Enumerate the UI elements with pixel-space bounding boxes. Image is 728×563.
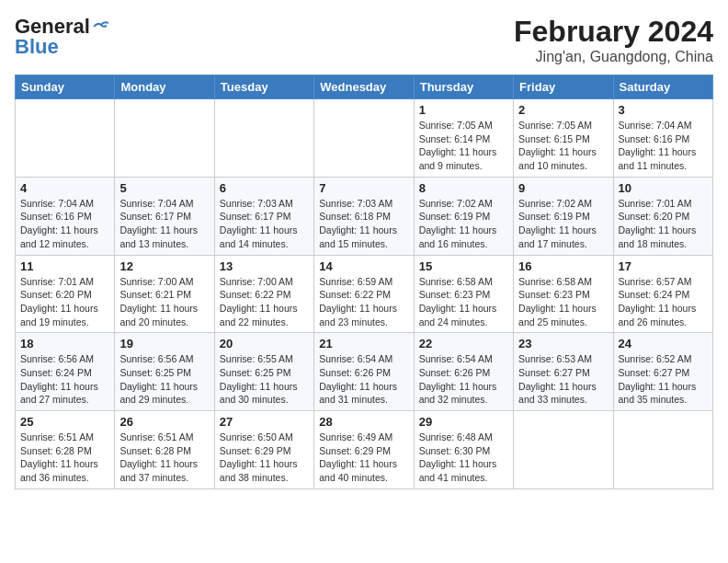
day-number: 23 — [518, 337, 608, 350]
day-info: Sunrise: 6:59 AMSunset: 6:22 PMDaylight:… — [319, 275, 408, 329]
day-info: Sunrise: 7:02 AMSunset: 6:19 PMDaylight:… — [419, 197, 508, 251]
day-info: Sunrise: 7:04 AMSunset: 6:16 PMDaylight:… — [20, 197, 109, 251]
day-number: 3 — [619, 103, 708, 117]
day-number: 15 — [419, 259, 508, 273]
day-info: Sunrise: 6:50 AMSunset: 6:29 PMDaylight:… — [220, 431, 309, 485]
calendar-cell: 27Sunrise: 6:50 AMSunset: 6:29 PMDayligh… — [214, 411, 313, 489]
logo: General Blue — [15, 15, 108, 59]
calendar-cell: 25Sunrise: 6:51 AMSunset: 6:28 PMDayligh… — [16, 411, 115, 489]
day-info: Sunrise: 6:55 AMSunset: 6:25 PMDaylight:… — [220, 352, 309, 407]
calendar-week-row: 11Sunrise: 7:01 AMSunset: 6:20 PMDayligh… — [16, 255, 713, 333]
day-number: 12 — [119, 259, 209, 273]
day-info: Sunrise: 7:04 AMSunset: 6:16 PMDaylight:… — [619, 119, 708, 173]
day-number: 6 — [220, 181, 309, 195]
day-info: Sunrise: 7:00 AMSunset: 6:22 PMDaylight:… — [220, 275, 309, 329]
calendar-cell — [314, 99, 414, 178]
calendar-cell — [514, 411, 613, 489]
calendar-cell: 4Sunrise: 7:04 AMSunset: 6:16 PMDaylight… — [16, 177, 115, 255]
calendar-cell: 18Sunrise: 6:56 AMSunset: 6:24 PMDayligh… — [16, 333, 115, 411]
day-number: 27 — [220, 415, 309, 429]
day-header-wednesday: Wednesday — [314, 75, 414, 99]
calendar-cell: 12Sunrise: 7:00 AMSunset: 6:21 PMDayligh… — [115, 255, 214, 333]
day-number: 17 — [619, 259, 708, 273]
calendar-header-row: SundayMondayTuesdayWednesdayThursdayFrid… — [16, 75, 713, 99]
calendar-cell: 1Sunrise: 7:05 AMSunset: 6:14 PMDaylight… — [414, 99, 513, 178]
day-header-thursday: Thursday — [414, 75, 513, 99]
day-number: 10 — [619, 181, 708, 195]
title-block: February 2024 Jing'an, Guangdong, China — [514, 15, 713, 65]
day-number: 2 — [518, 103, 608, 117]
calendar-cell: 8Sunrise: 7:02 AMSunset: 6:19 PMDaylight… — [414, 177, 513, 255]
calendar-cell: 19Sunrise: 6:56 AMSunset: 6:25 PMDayligh… — [115, 333, 214, 411]
day-info: Sunrise: 6:52 AMSunset: 6:27 PMDaylight:… — [619, 352, 708, 407]
calendar-cell: 14Sunrise: 6:59 AMSunset: 6:22 PMDayligh… — [314, 255, 414, 333]
day-header-saturday: Saturday — [613, 75, 712, 99]
day-header-sunday: Sunday — [16, 75, 115, 99]
day-number: 29 — [419, 415, 508, 429]
day-number: 13 — [220, 259, 309, 273]
day-number: 26 — [119, 415, 209, 429]
day-info: Sunrise: 6:54 AMSunset: 6:26 PMDaylight:… — [319, 352, 408, 407]
calendar-cell: 11Sunrise: 7:01 AMSunset: 6:20 PMDayligh… — [16, 255, 115, 333]
day-info: Sunrise: 7:03 AMSunset: 6:18 PMDaylight:… — [319, 197, 408, 251]
day-number: 1 — [419, 103, 508, 117]
calendar-cell: 2Sunrise: 7:05 AMSunset: 6:15 PMDaylight… — [514, 99, 613, 178]
day-number: 8 — [419, 181, 508, 195]
calendar-cell — [613, 411, 712, 489]
day-info: Sunrise: 7:05 AMSunset: 6:15 PMDaylight:… — [518, 119, 608, 173]
day-number: 14 — [319, 259, 408, 273]
calendar-cell: 5Sunrise: 7:04 AMSunset: 6:17 PMDaylight… — [115, 177, 214, 255]
calendar-title: February 2024 — [514, 15, 713, 49]
day-info: Sunrise: 6:57 AMSunset: 6:24 PMDaylight:… — [619, 275, 708, 329]
day-info: Sunrise: 7:04 AMSunset: 6:17 PMDaylight:… — [119, 197, 209, 251]
calendar-cell: 3Sunrise: 7:04 AMSunset: 6:16 PMDaylight… — [613, 99, 712, 178]
page-header: General Blue February 2024 Jing'an, Guan… — [15, 15, 713, 65]
calendar-cell — [115, 99, 214, 178]
calendar-cell: 17Sunrise: 6:57 AMSunset: 6:24 PMDayligh… — [613, 255, 712, 333]
calendar-cell: 15Sunrise: 6:58 AMSunset: 6:23 PMDayligh… — [414, 255, 513, 333]
calendar-week-row: 4Sunrise: 7:04 AMSunset: 6:16 PMDaylight… — [16, 177, 713, 255]
day-info: Sunrise: 6:58 AMSunset: 6:23 PMDaylight:… — [419, 275, 508, 329]
day-info: Sunrise: 7:01 AMSunset: 6:20 PMDaylight:… — [619, 197, 708, 251]
day-info: Sunrise: 7:03 AMSunset: 6:17 PMDaylight:… — [220, 197, 309, 251]
calendar-cell: 24Sunrise: 6:52 AMSunset: 6:27 PMDayligh… — [613, 333, 712, 411]
day-header-friday: Friday — [514, 75, 613, 99]
day-number: 16 — [518, 259, 608, 273]
day-number: 20 — [220, 337, 309, 350]
calendar-subtitle: Jing'an, Guangdong, China — [514, 49, 713, 65]
calendar-cell: 29Sunrise: 6:48 AMSunset: 6:30 PMDayligh… — [414, 411, 513, 489]
day-number: 24 — [619, 337, 708, 350]
day-info: Sunrise: 6:58 AMSunset: 6:23 PMDaylight:… — [518, 275, 608, 329]
calendar-cell: 28Sunrise: 6:49 AMSunset: 6:29 PMDayligh… — [314, 411, 414, 489]
calendar-table: SundayMondayTuesdayWednesdayThursdayFrid… — [15, 75, 713, 489]
calendar-cell: 23Sunrise: 6:53 AMSunset: 6:27 PMDayligh… — [514, 333, 613, 411]
calendar-week-row: 1Sunrise: 7:05 AMSunset: 6:14 PMDaylight… — [16, 99, 713, 178]
calendar-cell: 13Sunrise: 7:00 AMSunset: 6:22 PMDayligh… — [214, 255, 313, 333]
calendar-week-row: 25Sunrise: 6:51 AMSunset: 6:28 PMDayligh… — [16, 411, 713, 489]
day-info: Sunrise: 6:48 AMSunset: 6:30 PMDaylight:… — [419, 431, 508, 485]
calendar-cell: 7Sunrise: 7:03 AMSunset: 6:18 PMDaylight… — [314, 177, 414, 255]
day-number: 18 — [20, 337, 109, 350]
day-info: Sunrise: 7:00 AMSunset: 6:21 PMDaylight:… — [119, 275, 209, 329]
logo-bird-icon — [92, 20, 108, 33]
logo-text-blue: Blue — [15, 35, 59, 59]
calendar-cell: 6Sunrise: 7:03 AMSunset: 6:17 PMDaylight… — [214, 177, 313, 255]
day-info: Sunrise: 6:56 AMSunset: 6:25 PMDaylight:… — [119, 352, 209, 407]
day-info: Sunrise: 6:51 AMSunset: 6:28 PMDaylight:… — [20, 431, 109, 485]
day-number: 9 — [518, 181, 608, 195]
calendar-cell: 22Sunrise: 6:54 AMSunset: 6:26 PMDayligh… — [414, 333, 513, 411]
calendar-cell: 10Sunrise: 7:01 AMSunset: 6:20 PMDayligh… — [613, 177, 712, 255]
day-number: 4 — [20, 181, 109, 195]
day-info: Sunrise: 7:01 AMSunset: 6:20 PMDaylight:… — [20, 275, 109, 329]
day-info: Sunrise: 7:02 AMSunset: 6:19 PMDaylight:… — [518, 197, 608, 251]
calendar-cell: 16Sunrise: 6:58 AMSunset: 6:23 PMDayligh… — [514, 255, 613, 333]
day-info: Sunrise: 7:05 AMSunset: 6:14 PMDaylight:… — [419, 119, 508, 173]
day-info: Sunrise: 6:54 AMSunset: 6:26 PMDaylight:… — [419, 352, 508, 407]
day-info: Sunrise: 6:56 AMSunset: 6:24 PMDaylight:… — [20, 352, 109, 407]
day-number: 21 — [319, 337, 408, 350]
day-number: 7 — [319, 181, 408, 195]
calendar-cell — [214, 99, 313, 178]
day-number: 25 — [20, 415, 109, 429]
day-header-monday: Monday — [115, 75, 214, 99]
calendar-cell: 20Sunrise: 6:55 AMSunset: 6:25 PMDayligh… — [214, 333, 313, 411]
